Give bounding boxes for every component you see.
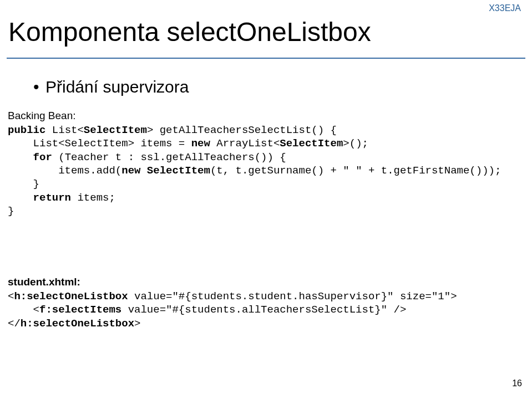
bullet-text: Přidání supervizora bbox=[45, 78, 189, 96]
code-fragment: </ bbox=[8, 318, 21, 330]
code-fragment: > bbox=[134, 318, 140, 330]
bullet-dot-icon: • bbox=[33, 78, 45, 96]
code-fragment: value="#{students.student.hasSupervisor}… bbox=[128, 290, 457, 303]
course-tag: X33EJA bbox=[489, 3, 521, 13]
slide-title: Komponenta selectOneListbox bbox=[8, 17, 371, 47]
code-fragment: items; bbox=[71, 192, 115, 204]
code-fragment: >(); bbox=[343, 137, 368, 150]
code-fragment: List< bbox=[45, 124, 83, 136]
code-fragment: new bbox=[121, 165, 140, 177]
code-fragment: (t, t.getSurname() + " " + t.getFirstNam… bbox=[210, 165, 501, 177]
code-fragment: f:selectItems bbox=[39, 304, 121, 316]
code-fragment: items.add( bbox=[8, 165, 121, 177]
code-fragment: return bbox=[33, 192, 71, 204]
bullet-item: •Přidání supervizora bbox=[33, 78, 189, 96]
student-xhtml-label: student.xhtml: bbox=[8, 276, 80, 288]
code-fragment: for bbox=[33, 151, 52, 163]
code-fragment: h:selectOneListbox bbox=[21, 318, 134, 330]
code-fragment bbox=[8, 192, 33, 204]
code-fragment: List<SelectItem> items = bbox=[8, 137, 191, 150]
code-fragment bbox=[140, 165, 146, 177]
code-fragment: } bbox=[8, 178, 39, 190]
code-fragment: < bbox=[8, 304, 39, 316]
code-fragment: SelectItem bbox=[147, 165, 210, 177]
code-fragment: (Teacher t : ssl.getAllTeachers()) { bbox=[52, 151, 286, 163]
code-fragment: SelectItem bbox=[280, 137, 343, 150]
code-fragment: SelectItem bbox=[84, 124, 147, 136]
code-fragment: public bbox=[8, 124, 45, 136]
slide: X33EJA Komponenta selectOneListbox •Přid… bbox=[0, 0, 532, 394]
backing-bean-label: Backing Bean: bbox=[8, 110, 76, 122]
code-fragment: > getAllTeachersSelectList() { bbox=[147, 124, 337, 136]
code-fragment: < bbox=[8, 290, 14, 303]
code-block-java: public List<SelectItem> getAllTeachersSe… bbox=[8, 124, 501, 218]
code-block-xhtml: <h:selectOneListbox value="#{students.st… bbox=[8, 290, 457, 330]
title-divider bbox=[7, 58, 525, 59]
page-number: 16 bbox=[512, 378, 522, 388]
code-fragment bbox=[8, 151, 33, 163]
code-fragment: h:selectOneListbox bbox=[14, 290, 128, 303]
code-fragment: value="#{students.allTeachersSelectList}… bbox=[121, 304, 406, 316]
code-fragment: ArrayList< bbox=[210, 137, 280, 150]
code-fragment: new bbox=[191, 137, 210, 150]
code-fragment: } bbox=[8, 205, 14, 217]
